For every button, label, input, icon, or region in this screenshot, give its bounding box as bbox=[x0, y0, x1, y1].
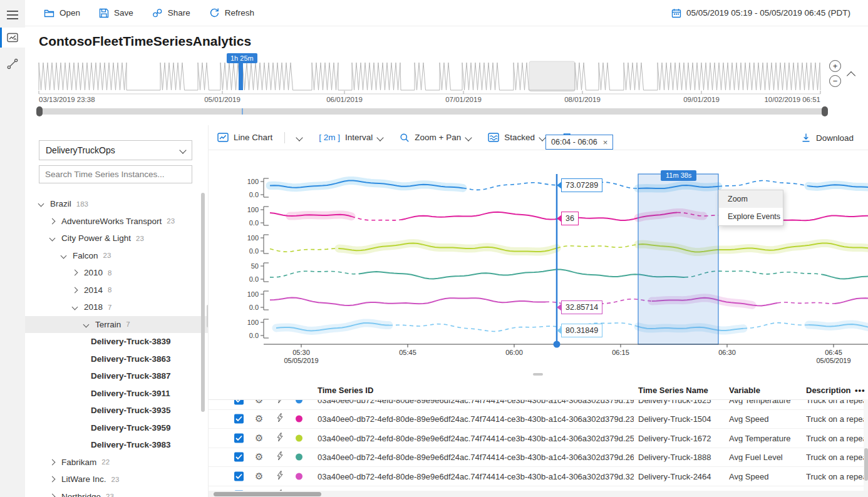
time-series-id: 03a40ee0-db72-4efd-80de-89e9e6df24ac.74f… bbox=[318, 471, 634, 481]
tree-item-delivery-truck-3911[interactable]: Delivery-Truck-3911 bbox=[25, 385, 208, 402]
stacked-label: Stacked bbox=[504, 133, 535, 142]
open-label: Open bbox=[59, 8, 80, 18]
timeline-collapse-button[interactable] bbox=[848, 70, 854, 81]
marker-range-box[interactable]: 06:04 - 06:06 × bbox=[545, 135, 613, 150]
selection-duration-badge: 11m 38s bbox=[661, 170, 696, 181]
table-vertical-scrollbar[interactable] bbox=[864, 399, 868, 491]
availability-selection-badge: 1h 25m bbox=[227, 53, 257, 63]
table-row[interactable]: ⚙03a40ee0-db72-4efd-80de-89e9e6df24ac.74… bbox=[209, 429, 868, 448]
tree-item-litware-inc-[interactable]: LitWare Inc.23 bbox=[25, 471, 208, 488]
time-range-picker[interactable]: 05/05/2019 05:19 - 05/05/2019 06:45 (PDT… bbox=[671, 8, 868, 18]
tree-item-brazil[interactable]: Brazil183 bbox=[25, 195, 208, 213]
chevron-down-icon bbox=[296, 134, 303, 141]
timeline-zoom-out-button[interactable]: − bbox=[829, 75, 841, 87]
tree-item-falcon[interactable]: Falcon23 bbox=[25, 247, 208, 265]
tree-item-count: 8 bbox=[108, 286, 111, 294]
time-series-name: Delivery-Truck-1672 bbox=[638, 433, 726, 443]
gear-icon[interactable]: ⚙ bbox=[255, 451, 263, 463]
tree-item-delivery-truck-3863[interactable]: Delivery-Truck-3863 bbox=[25, 351, 208, 368]
table-row[interactable]: ⚙03a40ee0-db72-4efd-80de-89e9e6df24ac.74… bbox=[209, 410, 868, 429]
row-checkbox[interactable] bbox=[234, 414, 244, 424]
description: Truck on a repeating bbox=[806, 433, 868, 443]
close-icon[interactable]: × bbox=[603, 138, 608, 147]
tree-item-delivery-truck-3959[interactable]: Delivery-Truck-3959 bbox=[25, 419, 208, 437]
save-button[interactable]: Save bbox=[99, 8, 133, 18]
tree-item-2014[interactable]: 20148 bbox=[25, 282, 208, 299]
timeline-brush-track[interactable] bbox=[39, 108, 825, 115]
svg-text:0.0: 0.0 bbox=[249, 304, 259, 311]
download-icon bbox=[801, 133, 811, 143]
chevron-down-icon bbox=[539, 134, 545, 141]
brush-handle-left[interactable] bbox=[36, 106, 43, 116]
more-columns-button[interactable]: ••• bbox=[855, 386, 865, 395]
variable: Avg Speed bbox=[729, 414, 803, 424]
nav-analyze-tab[interactable] bbox=[0, 28, 25, 48]
tree-item-city-power-light[interactable]: City Power & Light23 bbox=[25, 230, 208, 247]
scrollbar-thumb[interactable] bbox=[864, 448, 868, 481]
chevron-down-icon bbox=[61, 252, 67, 259]
svg-text:05:45: 05:45 bbox=[399, 349, 416, 356]
chevron-down-icon bbox=[377, 134, 384, 141]
row-checkbox[interactable] bbox=[234, 433, 244, 443]
refresh-button[interactable]: Refresh bbox=[209, 8, 254, 18]
availability-selection-handle[interactable] bbox=[239, 63, 243, 90]
tree-scrollbar[interactable] bbox=[201, 193, 205, 412]
hamburger-menu-button[interactable] bbox=[0, 5, 25, 25]
events-bolt-icon[interactable] bbox=[276, 471, 283, 482]
brush-handle-right[interactable] bbox=[822, 106, 828, 116]
chevron-down-icon bbox=[38, 201, 44, 207]
tree-item-fabrikam[interactable]: Fabrikam22 bbox=[25, 454, 208, 471]
context-menu-zoom[interactable]: Zoom bbox=[719, 190, 783, 208]
table-row[interactable]: ⚙03a40ee0-db72-4efd-80de-89e9e6df24ac.74… bbox=[209, 448, 868, 468]
context-menu-explore-events[interactable]: Explore Events bbox=[719, 208, 783, 225]
chevron-down-icon bbox=[72, 304, 78, 310]
tree-item-delivery-truck-3983[interactable]: Delivery-Truck-3983 bbox=[25, 436, 208, 454]
interval-button[interactable]: [ 2m ] Interval bbox=[319, 133, 383, 142]
hierarchy-dropdown[interactable]: DeliveryTruckOps bbox=[39, 140, 192, 160]
refresh-icon bbox=[209, 8, 220, 18]
chart-type-button[interactable]: Line Chart bbox=[217, 132, 302, 143]
scrollbar-thumb[interactable] bbox=[214, 492, 321, 496]
hierarchy-dropdown-value: DeliveryTruckOps bbox=[46, 145, 115, 155]
tree-item-2018[interactable]: 20187 bbox=[25, 299, 208, 316]
tree-item-adventureworks-transport[interactable]: AdventureWorks Transport23 bbox=[25, 213, 208, 230]
open-button[interactable]: Open bbox=[44, 8, 80, 18]
tree-item-2010[interactable]: 20108 bbox=[25, 264, 208, 282]
tree-item-label: 2018 bbox=[84, 302, 103, 312]
gear-icon[interactable]: ⚙ bbox=[255, 413, 263, 424]
stacked-button[interactable]: Stacked bbox=[488, 133, 545, 143]
gear-icon[interactable]: ⚙ bbox=[255, 433, 263, 444]
tree-item-label: Fabrikam bbox=[61, 458, 96, 467]
events-bolt-icon[interactable] bbox=[276, 451, 283, 463]
events-bolt-icon[interactable] bbox=[276, 413, 283, 424]
table-row[interactable]: ⚙03a40ee0-db72-4efd-80de-89e9e6df24ac.74… bbox=[209, 467, 868, 486]
row-checkbox[interactable] bbox=[234, 453, 244, 462]
gear-icon[interactable]: ⚙ bbox=[255, 471, 263, 482]
tree-item-northridge[interactable]: Northridge23 bbox=[25, 488, 208, 497]
table-horizontal-scrollbar[interactable] bbox=[209, 491, 868, 497]
download-label: Download bbox=[816, 133, 854, 143]
tree-item-delivery-truck-3887[interactable]: Delivery-Truck-3887 bbox=[25, 367, 208, 385]
tree-item-delivery-truck-3839[interactable]: Delivery-Truck-3839 bbox=[25, 333, 208, 351]
tree-item-label: Delivery-Truck-3935 bbox=[91, 406, 171, 415]
zoom-pan-button[interactable]: Zoom + Pan bbox=[400, 133, 471, 143]
tree-item-terrain[interactable]: Terrain7 bbox=[25, 316, 208, 334]
chart-selection-region[interactable] bbox=[638, 174, 718, 344]
time-marker-handle[interactable] bbox=[554, 341, 561, 348]
zoom-pan-label: Zoom + Pan bbox=[415, 133, 461, 142]
row-checkbox[interactable] bbox=[234, 471, 244, 481]
time-series-chart[interactable]: 1000.01000.01000.0500.01000.01000.005:30… bbox=[209, 150, 868, 376]
events-bolt-icon[interactable] bbox=[276, 433, 283, 444]
marker-value: 80.31849 bbox=[566, 326, 598, 335]
timeline-zoom-in-button[interactable]: + bbox=[829, 60, 841, 72]
search-input[interactable] bbox=[39, 165, 192, 183]
download-button[interactable]: Download bbox=[801, 125, 854, 150]
availability-timeline[interactable] bbox=[0, 53, 868, 96]
panel-resize-handle[interactable] bbox=[533, 373, 543, 376]
marker-value-badge: 73.07289 bbox=[561, 178, 602, 192]
chevron-down-icon bbox=[83, 321, 90, 327]
share-button[interactable]: Share bbox=[152, 8, 190, 18]
tree-item-delivery-truck-3935[interactable]: Delivery-Truck-3935 bbox=[25, 402, 208, 419]
time-series-name: Delivery-Truck-1504 bbox=[638, 414, 726, 424]
chart-toolbar: Line Chart [ 2m ] Interval Zoom + Pan bbox=[209, 125, 868, 150]
